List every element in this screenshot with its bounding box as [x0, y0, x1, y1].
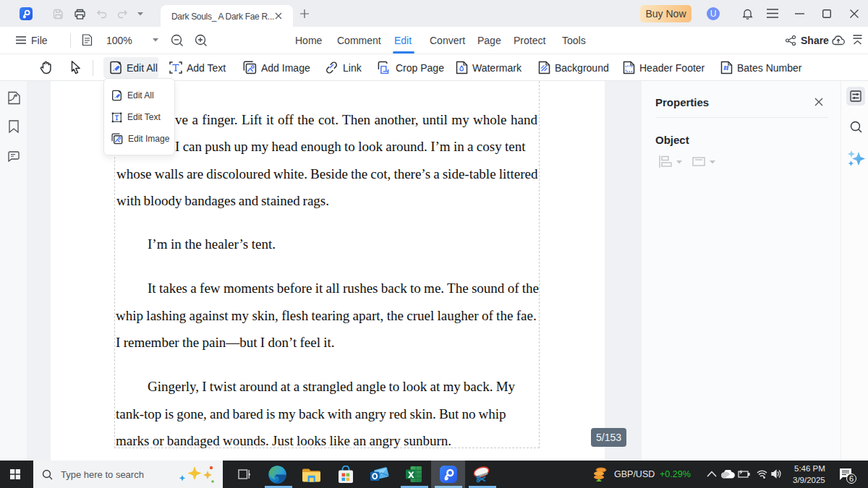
svg-text:6: 6: [849, 474, 854, 483]
